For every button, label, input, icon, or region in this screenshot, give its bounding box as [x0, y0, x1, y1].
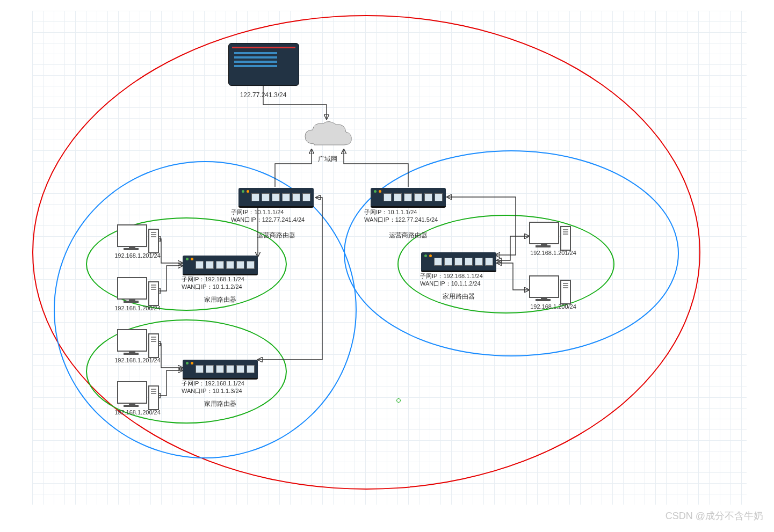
pc-a2-ip: 192.168.1.200/24 — [105, 305, 170, 311]
home-router-b-title: 家用路由器 — [183, 399, 258, 409]
pc-a1-ip: 192.168.1.201/24 — [105, 252, 170, 259]
home-router-c-title: 家用路由器 — [421, 292, 496, 301]
pc-b2 — [117, 381, 160, 410]
home-router-c-subnet: 子网IP：192.168.1.1/24 — [420, 272, 511, 280]
pc-b1-ip: 192.168.1.201/24 — [105, 357, 170, 363]
home-router-a-wan: WAN口IP：10.1.1.2/24 — [182, 283, 273, 291]
home-router-b-wan: WAN口IP：10.1.1.3/24 — [182, 387, 273, 395]
isp-router-right — [371, 188, 446, 208]
wan-server-ip: 122.77.241.3/24 — [226, 91, 301, 99]
pc-b1 — [117, 329, 160, 358]
isp-router-left-subnet: 子网IP：10.1.1.1/24 — [231, 208, 322, 216]
pc-c2-ip: 192.168.1.200/24 — [521, 303, 585, 310]
home-router-b — [183, 360, 258, 380]
cloud-label: 广域网 — [301, 155, 355, 164]
home-router-a-title: 家用路由器 — [183, 295, 258, 304]
isp-router-left-title: 运营商路由器 — [238, 231, 314, 240]
pc-b2-ip: 192.168.1.200/24 — [105, 409, 170, 416]
watermark: CSDN @成分不含牛奶 — [666, 509, 763, 522]
pc-a2 — [117, 277, 160, 306]
isp-router-right-subnet: 子网IP：10.1.1.1/24 — [364, 208, 461, 216]
isp-router-left-wan: WAN口IP：122.77.241.4/24 — [231, 216, 328, 224]
home-router-a — [183, 256, 258, 275]
diagram-canvas: 122.77.241.3/24 广域网 子网IP：10.1.1.1/24 WAN… — [0, 0, 774, 532]
home-router-c-wan: WAN口IP：10.1.1.2/24 — [420, 280, 511, 288]
pc-a1 — [117, 224, 160, 253]
stray-dot — [396, 398, 401, 403]
home-router-b-subnet: 子网IP：192.168.1.1/24 — [182, 380, 273, 388]
home-router-c — [421, 252, 496, 272]
pc-c1 — [529, 222, 572, 251]
wan-server — [228, 43, 299, 86]
cloud-icon — [301, 118, 355, 150]
isp-router-left — [238, 188, 314, 208]
pc-c1-ip: 192.168.1.201/24 — [521, 250, 585, 256]
home-router-a-subnet: 子网IP：192.168.1.1/24 — [182, 275, 273, 283]
isp-router-right-title: 运营商路由器 — [371, 231, 446, 240]
pc-c2 — [529, 275, 572, 304]
isp-router-right-wan: WAN口IP：122.77.241.5/24 — [364, 216, 466, 224]
